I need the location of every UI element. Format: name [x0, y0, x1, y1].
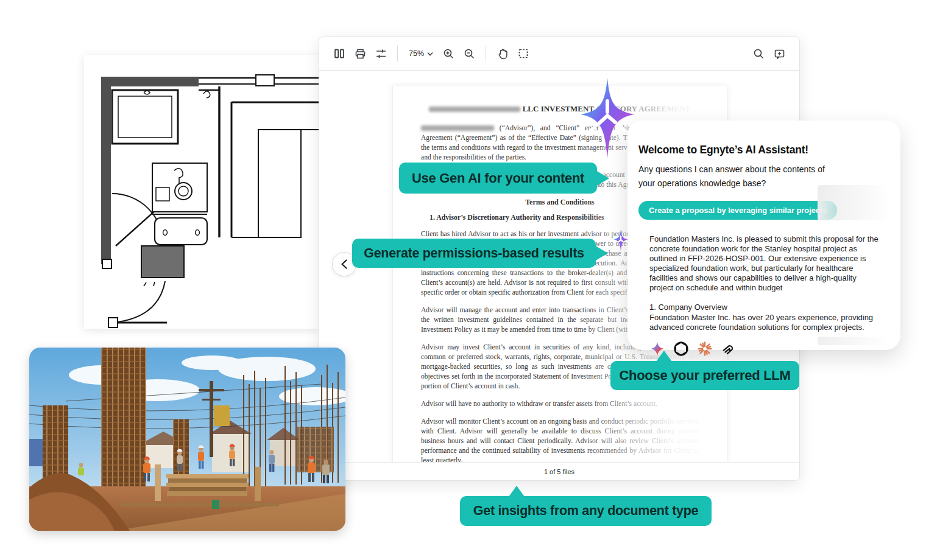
- callout-insights: Get insights from any document type: [460, 496, 712, 526]
- add-comment-icon[interactable]: [769, 43, 790, 64]
- callout-label: Generate permissions-based results: [364, 246, 584, 261]
- suggested-prompt-chip[interactable]: Create a proposal by leveraging similar …: [638, 201, 837, 220]
- callout-label: Get insights from any document type: [473, 503, 698, 519]
- toolbar-divider: [397, 46, 398, 61]
- floorplan-card: [84, 55, 319, 329]
- toolbar-divider: [486, 46, 486, 61]
- hand-tool-icon[interactable]: [492, 43, 513, 64]
- callout-choose-llm: Choose your preferred LLM: [610, 361, 799, 390]
- document-title: LLC INVESTMENT ADVISORY AGREEMENT: [421, 104, 699, 114]
- ai-response-paragraph: Foundation Masters Inc. is pleased to su…: [649, 234, 882, 293]
- file-count-label: 1 of 5 files: [544, 468, 574, 475]
- ai-response-heading: 1. Company Overview: [649, 303, 882, 312]
- callout-label: Use Gen AI for your content: [412, 170, 584, 186]
- coil-icon[interactable]: [721, 341, 737, 357]
- viewer-toolbar: 75%: [319, 37, 799, 71]
- doc-paragraph: Advisor will monitor Client’s account on…: [421, 417, 699, 462]
- floorplan-drawing: [84, 55, 319, 329]
- ai-response: Foundation Masters Inc. is pleased to su…: [649, 234, 882, 332]
- search-icon[interactable]: [748, 43, 769, 64]
- callout-label: Choose your preferred LLM: [620, 368, 791, 383]
- redacted-text: [429, 107, 520, 112]
- faded-placeholder: [818, 185, 891, 220]
- zoom-in-icon[interactable]: [438, 43, 459, 64]
- chevron-down-icon: [427, 52, 433, 56]
- file-pagination-bar: 1 of 5 files: [319, 462, 799, 480]
- claude-icon[interactable]: [697, 341, 713, 357]
- zoom-out-icon[interactable]: [459, 43, 479, 64]
- openai-icon[interactable]: [673, 341, 689, 357]
- settings-sliders-icon[interactable]: [370, 43, 391, 64]
- ai-panel-title: Welcome to Egnyte’s AI Assistant!: [638, 144, 887, 156]
- construction-site-photo: [29, 348, 345, 531]
- chevron-left-icon: [341, 259, 348, 269]
- callout-use-gen-ai: Use Gen AI for your content: [399, 163, 597, 194]
- construction-photo-art: [29, 348, 345, 531]
- doc-paragraph: Advisor will have no authority to withdr…: [421, 399, 699, 409]
- zoom-level-select[interactable]: 75%: [404, 46, 438, 61]
- redacted-text: [421, 125, 494, 131]
- zoom-level-value: 75%: [409, 49, 424, 58]
- ai-assistant-panel: Welcome to Egnyte’s AI Assistant! Any qu…: [627, 121, 900, 350]
- faded-placeholder: [818, 337, 891, 345]
- two-page-view-icon[interactable]: [329, 43, 350, 64]
- marquee-select-icon[interactable]: [513, 43, 534, 64]
- ai-panel-subtitle: Any questions I can answer about the con…: [638, 163, 839, 190]
- callout-permissions: Generate permissions-based results: [352, 239, 596, 268]
- ai-response-paragraph: Foundation Master Inc. has over 20 years…: [649, 313, 882, 333]
- print-icon[interactable]: [350, 43, 370, 64]
